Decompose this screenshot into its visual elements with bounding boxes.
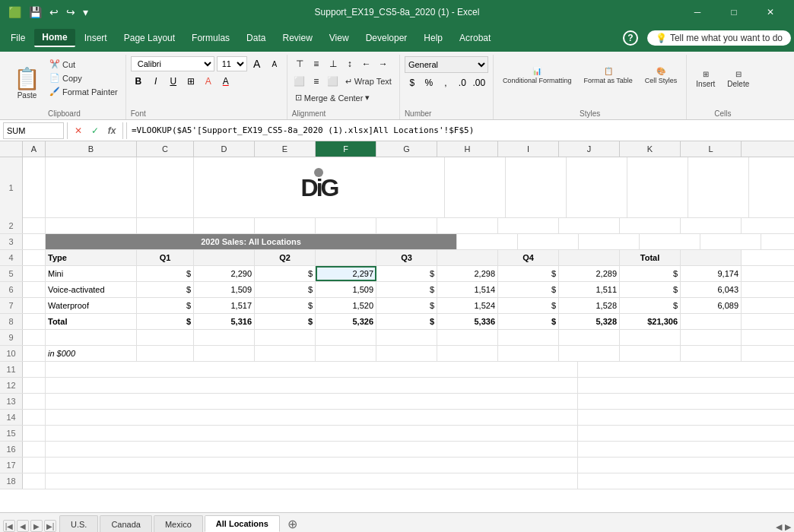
redo-icon[interactable]: ↪ [64, 5, 78, 20]
align-right-button[interactable]: ⬜ [326, 74, 341, 89]
cell-b14-rest[interactable] [46, 410, 578, 425]
cell-water-total-sym[interactable]: $ [620, 298, 681, 313]
underline-button[interactable]: U [166, 74, 181, 89]
cell-b9[interactable] [46, 330, 137, 345]
sheet-first-button[interactable]: |◀ [3, 520, 15, 532]
cell-b17-rest[interactable] [46, 458, 578, 473]
cell-k3[interactable] [640, 234, 700, 249]
cell-voice-total-val[interactable]: 6,043 [681, 282, 742, 297]
sheet-tab-us[interactable]: U.S. [59, 515, 98, 532]
cell-e2[interactable] [255, 218, 316, 233]
close-button[interactable]: ✕ [753, 0, 788, 24]
font-name-select[interactable]: Calibri [131, 56, 214, 71]
cell-voice-q2-val[interactable]: 1,509 [316, 282, 376, 297]
cell-f2[interactable] [316, 218, 376, 233]
cell-mini-q2-val[interactable]: 2,297 [316, 266, 376, 281]
col-header-j[interactable]: J [559, 141, 620, 157]
cell-note[interactable]: in $000 [46, 346, 137, 361]
cell-mini-total-sym[interactable]: $ [620, 266, 681, 281]
cell-total-q3-sym[interactable]: $ [376, 314, 437, 329]
align-middle-button[interactable]: ≡ [309, 56, 324, 71]
cell-b12-rest[interactable] [46, 378, 578, 393]
menu-formulas[interactable]: Formulas [184, 30, 237, 46]
cell-mini-q4-sym[interactable]: $ [498, 266, 559, 281]
cell-mini-total-val[interactable]: 9,174 [681, 266, 742, 281]
cell-a13[interactable] [23, 394, 46, 409]
cell-total-q3-val[interactable]: 5,336 [437, 314, 498, 329]
cell-water-q4-val[interactable]: 1,528 [559, 298, 620, 313]
menu-home[interactable]: Home [34, 29, 75, 47]
cell-e9[interactable] [255, 330, 316, 345]
cell-h3[interactable] [457, 234, 518, 249]
comma-button[interactable]: , [438, 75, 453, 90]
merge-dropdown-icon[interactable]: ▾ [365, 93, 370, 103]
cut-button[interactable]: ✂️ Cut [46, 58, 121, 71]
align-left-button[interactable]: ⬜ [292, 74, 307, 89]
cell-q2-empty[interactable] [316, 250, 376, 265]
cell-a15[interactable] [23, 426, 46, 441]
menu-page-layout[interactable]: Page Layout [116, 30, 183, 46]
sheet-tab-all-locations[interactable]: All Locations [205, 515, 280, 532]
undo-icon[interactable]: ↩ [47, 5, 61, 20]
cell-k2[interactable] [620, 218, 681, 233]
cell-total-q2-sym[interactable]: $ [255, 314, 316, 329]
cell-d10[interactable] [194, 346, 255, 361]
cell-j3[interactable] [579, 234, 640, 249]
add-sheet-button[interactable]: ⊕ [284, 515, 301, 532]
cell-g2[interactable] [376, 218, 437, 233]
cell-voice-q4-sym[interactable]: $ [498, 282, 559, 297]
cell-type-header[interactable]: Type [46, 250, 137, 265]
cell-f10[interactable] [316, 346, 376, 361]
sheet-tab-canada[interactable]: Canada [100, 515, 152, 532]
cell-total-q2-val[interactable]: 5,326 [316, 314, 376, 329]
align-bottom-button[interactable]: ⊥ [326, 56, 341, 71]
menu-acrobat[interactable]: Acrobat [452, 30, 498, 46]
cell-q3-empty[interactable] [437, 250, 498, 265]
cell-c1[interactable] [137, 157, 194, 218]
cell-voice-q1-val[interactable]: 1,509 [194, 282, 255, 297]
cell-a14[interactable] [23, 410, 46, 425]
format-painter-button[interactable]: 🖌️ Format Painter [46, 85, 121, 98]
cell-total-q1-sym[interactable]: $ [137, 314, 194, 329]
cell-i10[interactable] [498, 346, 559, 361]
cell-b15-rest[interactable] [46, 426, 578, 441]
decimal-decrease-button[interactable]: .00 [472, 75, 487, 90]
cell-b18-rest[interactable] [46, 473, 578, 489]
cell-total-q1-val[interactable]: 5,316 [194, 314, 255, 329]
bold-button[interactable]: B [131, 74, 146, 89]
cell-i2[interactable] [498, 218, 559, 233]
cell-b13-rest[interactable] [46, 394, 578, 409]
save-icon[interactable]: 💾 [27, 5, 44, 20]
fill-color-button[interactable]: A [201, 74, 216, 89]
cell-c2[interactable] [137, 218, 194, 233]
cell-a2[interactable] [23, 218, 46, 233]
cell-d2[interactable] [194, 218, 255, 233]
cell-b2[interactable] [46, 218, 137, 233]
cell-l4[interactable] [681, 250, 742, 265]
delete-button[interactable]: ⊟ Delete [723, 56, 754, 102]
cell-mini-q4-val[interactable]: 2,289 [559, 266, 620, 281]
wrap-text-button[interactable]: ↵ Wrap Text [342, 74, 395, 89]
cell-l3[interactable] [700, 234, 761, 249]
cell-j10[interactable] [559, 346, 620, 361]
cell-a9[interactable] [23, 330, 46, 345]
cell-j1[interactable] [567, 157, 627, 218]
cell-voice-total-sym[interactable]: $ [620, 282, 681, 297]
tell-me-box[interactable]: 💡 Tell me what you want to do [647, 30, 791, 46]
cell-logo[interactable]: DiG [194, 157, 445, 218]
cell-a5[interactable] [23, 266, 46, 281]
cell-d9[interactable] [194, 330, 255, 345]
font-size-decrease-button[interactable]: A [267, 56, 282, 71]
cell-total-label[interactable]: Total [46, 314, 137, 329]
cell-voice-q3-sym[interactable]: $ [376, 282, 437, 297]
cell-h9[interactable] [437, 330, 498, 345]
cell-voice-q3-val[interactable]: 1,514 [437, 282, 498, 297]
cell-g10[interactable] [376, 346, 437, 361]
confirm-formula-button[interactable]: ✓ [87, 123, 103, 138]
menu-insert[interactable]: Insert [77, 30, 115, 46]
cell-voice-q1-sym[interactable]: $ [137, 282, 194, 297]
cell-l1[interactable] [688, 157, 749, 218]
minimize-button[interactable]: ─ [680, 0, 715, 24]
cell-a4[interactable] [23, 250, 46, 265]
dropdown-icon[interactable]: ▾ [81, 5, 91, 20]
